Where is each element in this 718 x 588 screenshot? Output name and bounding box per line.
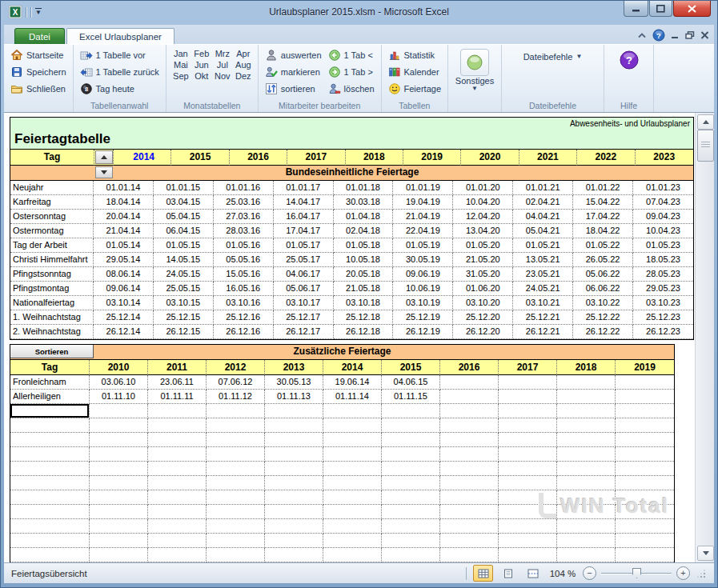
empty-date-cell[interactable]	[207, 490, 265, 505]
month-aug[interactable]: Aug	[233, 60, 254, 70]
holiday-date-cell[interactable]: 01.05.17	[274, 238, 334, 253]
holiday-date-cell[interactable]: 01.05.23	[633, 238, 693, 253]
empty-date-cell[interactable]	[265, 418, 323, 433]
holiday-date-cell[interactable]: 01.01.23	[633, 181, 693, 195]
holiday-date-cell[interactable]: 05.04.21	[513, 224, 573, 238]
empty-date-cell[interactable]	[265, 505, 323, 519]
holiday-date-cell[interactable]: 25.03.16	[214, 195, 274, 210]
empty-date-cell[interactable]	[382, 476, 440, 490]
empty-date-cell[interactable]	[90, 462, 148, 476]
empty-date-cell[interactable]	[616, 519, 674, 534]
year-header-2019[interactable]: 2019	[403, 150, 461, 166]
holiday-date-cell[interactable]: 26.12.16	[214, 325, 274, 339]
holiday-date-cell[interactable]: 02.04.21	[513, 195, 573, 210]
dateibefehle-menu[interactable]: Dateibefehle ▼	[521, 48, 585, 65]
month-sep[interactable]: Sep	[170, 71, 191, 81]
empty-date-cell[interactable]	[265, 462, 323, 476]
empty-date-cell[interactable]	[382, 534, 440, 548]
holiday-date-cell[interactable]: 25.12.23	[633, 310, 693, 325]
empty-date-cell[interactable]	[382, 447, 440, 462]
holiday-date-cell[interactable]: 01.04.18	[334, 210, 394, 224]
holiday-date-cell[interactable]: 19.04.19	[393, 195, 453, 210]
holiday-date-cell[interactable]: 04.06.15	[382, 375, 440, 390]
holiday-date-cell[interactable]: 03.10.18	[334, 296, 394, 310]
minimize-ribbon-icon[interactable]	[637, 32, 647, 39]
tag-heute-button[interactable]: 8 Tag heute	[78, 80, 162, 97]
zoom-slider[interactable]	[601, 567, 672, 579]
month-apr[interactable]: Apr	[233, 49, 254, 58]
holiday-name-cell[interactable]: Pfingstsonntag	[10, 267, 94, 282]
empty-name-cell[interactable]	[10, 519, 90, 534]
sortieren-button[interactable]: sortieren	[263, 80, 324, 97]
tabelle-vor-button[interactable]: 1 Tabelle vor	[78, 46, 162, 63]
year-header-2016[interactable]: 2016	[440, 360, 499, 375]
holiday-date-cell[interactable]: 09.04.23	[633, 210, 693, 224]
holiday-date-cell[interactable]: 01.01.15	[154, 181, 214, 195]
holiday-date-cell[interactable]: 23.05.21	[513, 267, 573, 282]
empty-date-cell[interactable]	[616, 433, 674, 447]
loeschen-button[interactable]: löschen	[326, 80, 377, 97]
month-okt[interactable]: Okt	[191, 71, 212, 81]
holiday-date-cell[interactable]: 26.12.21	[513, 325, 573, 339]
holiday-date-cell[interactable]: 07.06.12	[207, 375, 265, 390]
empty-date-cell[interactable]	[207, 447, 265, 462]
empty-date-cell[interactable]	[90, 433, 148, 447]
empty-date-cell[interactable]	[616, 447, 674, 462]
empty-date-cell[interactable]	[499, 548, 557, 562]
empty-date-cell[interactable]	[323, 462, 382, 476]
holiday-date-cell[interactable]: 09.06.14	[94, 282, 154, 296]
empty-date-cell[interactable]	[90, 490, 148, 505]
empty-date-cell[interactable]	[440, 404, 499, 418]
empty-date-cell[interactable]	[557, 447, 616, 462]
holiday-date-cell[interactable]: 15.04.22	[573, 195, 633, 210]
empty-date-cell[interactable]	[499, 433, 557, 447]
tabelle-zurueck-button[interactable]: 1 Tabelle zurück	[78, 63, 162, 80]
holiday-date-cell[interactable]: 09.06.19	[393, 267, 453, 282]
year-spinner-down[interactable]	[95, 166, 113, 178]
holiday-date-cell[interactable]: 15.05.16	[214, 267, 274, 282]
holiday-date-cell[interactable]: 01.05.22	[573, 238, 633, 253]
help-icon[interactable]: ?	[652, 29, 665, 42]
holiday-date-cell[interactable]: 18.05.23	[633, 253, 693, 267]
empty-date-cell[interactable]	[440, 433, 499, 447]
holiday-date-cell[interactable]: 29.05.23	[633, 282, 693, 296]
empty-date-cell[interactable]	[207, 534, 265, 548]
holiday-date-cell[interactable]: 10.05.18	[334, 253, 394, 267]
holiday-date-cell[interactable]: 01.11.12	[207, 390, 265, 404]
empty-date-cell[interactable]	[323, 505, 382, 519]
year-header-2018[interactable]: 2018	[557, 360, 616, 375]
holiday-date-cell[interactable]: 17.04.22	[573, 210, 633, 224]
tag-header-cell[interactable]: Tag	[10, 360, 90, 375]
year-header-2015[interactable]: 2015	[171, 150, 229, 166]
month-mrz[interactable]: Mrz	[212, 49, 233, 58]
holiday-date-cell[interactable]: 25.12.19	[393, 310, 453, 325]
empty-date-cell[interactable]	[440, 490, 499, 505]
empty-date-cell[interactable]	[382, 548, 440, 562]
workbook-minimize-icon[interactable]	[671, 31, 680, 39]
empty-date-cell[interactable]	[440, 548, 499, 562]
month-dez[interactable]: Dez	[233, 71, 254, 81]
empty-date-cell[interactable]	[323, 433, 382, 447]
holiday-name-cell[interactable]: Ostersonntag	[10, 210, 94, 224]
empty-date-cell[interactable]	[90, 548, 148, 562]
empty-date-cell[interactable]	[323, 490, 382, 505]
sonstiges-button[interactable]: Sonstiges ▼	[452, 46, 497, 92]
empty-date-cell[interactable]	[499, 462, 557, 476]
empty-date-cell[interactable]	[90, 404, 148, 418]
holiday-date-cell[interactable]: 01.11.15	[382, 390, 440, 404]
empty-date-cell[interactable]	[207, 433, 265, 447]
holiday-date-cell[interactable]: 26.12.22	[573, 325, 633, 339]
year-header-2018[interactable]: 2018	[346, 150, 403, 166]
schliessen-button[interactable]: Schließen	[8, 80, 69, 97]
empty-date-cell[interactable]	[557, 534, 616, 548]
empty-name-cell[interactable]	[10, 433, 90, 447]
feiertage-button[interactable]: Feiertage	[386, 80, 443, 97]
empty-date-cell[interactable]	[440, 418, 499, 433]
empty-date-cell[interactable]	[499, 447, 557, 462]
empty-date-cell[interactable]	[148, 490, 207, 505]
empty-date-cell[interactable]	[323, 534, 382, 548]
empty-date-cell[interactable]	[557, 433, 616, 447]
month-jun[interactable]: Jun	[191, 60, 212, 70]
holiday-date-cell[interactable]: 01.11.14	[323, 390, 382, 404]
holiday-date-cell[interactable]: 27.03.16	[214, 210, 274, 224]
